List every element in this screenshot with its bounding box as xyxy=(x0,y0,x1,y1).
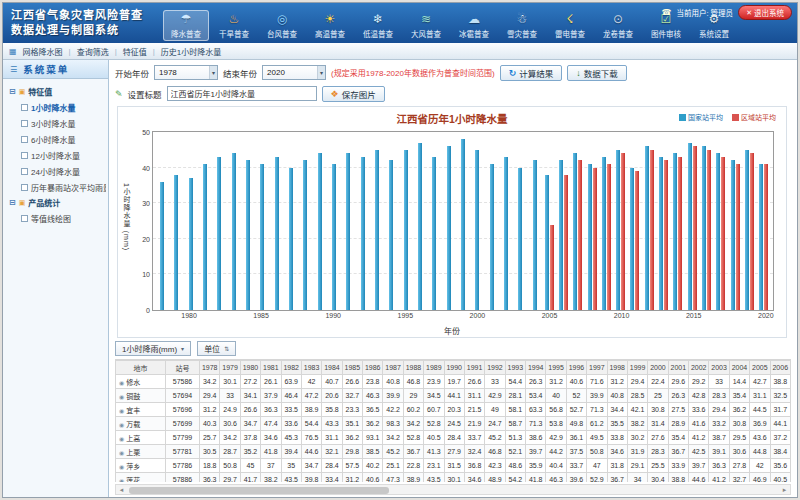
scroll-right-icon[interactable]: ▸ xyxy=(779,486,790,494)
scroll-left-icon[interactable]: ◂ xyxy=(116,486,127,494)
horizontal-scrollbar[interactable]: ◂ ▸ xyxy=(115,484,791,495)
table-row[interactable]: ◉莲花5788636.329.741.738.243.539.833.431.2… xyxy=(116,473,791,483)
table-header-cell[interactable]: 1994 xyxy=(526,361,546,375)
table-row[interactable]: ◉铜鼓5769429.43334.137.946.447.220.632.746… xyxy=(116,389,791,403)
sidebar-item-1小时降水量[interactable]: 1小时降水量 xyxy=(5,99,106,115)
table-header-cell[interactable]: 1988 xyxy=(403,361,423,375)
top-menu-wind-survey[interactable]: ≋大风普查 xyxy=(403,10,449,41)
table-header-cell[interactable]: 2006 xyxy=(770,361,791,375)
sidebar-item-6小时降水量[interactable]: 6小时降水量 xyxy=(5,131,106,147)
sidebar-item-历年暴雨站次平均雨量[interactable]: 历年暴雨站次平均雨量 xyxy=(5,179,106,195)
table-header-cell[interactable]: 1982 xyxy=(281,361,301,375)
table-header-cell[interactable]: 2004 xyxy=(729,361,749,375)
sidebar-item-12小时降水量[interactable]: 12小时降水量 xyxy=(5,147,106,163)
table-row[interactable]: ◉宜丰5769631.224.926.636.333.538.935.823.3… xyxy=(116,403,791,417)
checkbox-icon[interactable] xyxy=(21,168,28,175)
table-header-cell[interactable]: 1996 xyxy=(566,361,586,375)
checkbox-icon[interactable] xyxy=(21,120,28,127)
toolbar-item-feature-value[interactable]: 特征值 xyxy=(123,46,147,57)
checkbox-icon[interactable] xyxy=(21,152,28,159)
station-radio-icon[interactable]: ◉ xyxy=(119,450,124,456)
top-menu-snow-survey[interactable]: ☃雪灾普查 xyxy=(499,10,545,41)
toolbar-item-history-1h[interactable]: 历史1小时降水量 xyxy=(161,46,221,57)
table-header-cell[interactable]: 1997 xyxy=(587,361,607,375)
table-header-cell[interactable]: 1999 xyxy=(627,361,647,375)
checkbox-icon[interactable] xyxy=(21,215,28,222)
scrollbar-thumb[interactable] xyxy=(129,487,389,494)
chart-title-input[interactable] xyxy=(167,86,317,101)
city-cell[interactable]: ◉上栗 xyxy=(116,445,166,459)
table-header-cell[interactable]: 1987 xyxy=(383,361,403,375)
download-button[interactable]: ↓数据下载 xyxy=(567,65,627,81)
station-radio-icon[interactable]: ◉ xyxy=(119,380,124,386)
city-cell[interactable]: ◉宜丰 xyxy=(116,403,166,417)
city-cell[interactable]: ◉莲花 xyxy=(116,473,166,483)
table-header-cell[interactable]: 1986 xyxy=(363,361,383,375)
city-cell[interactable]: ◉万载 xyxy=(116,417,166,431)
city-cell[interactable]: ◉铜鼓 xyxy=(116,389,166,403)
table-header-cell[interactable]: 2001 xyxy=(668,361,688,375)
sidebar-group-产品统计[interactable]: ⊟▣产品统计 xyxy=(5,195,106,210)
toolbar-item-query-filter[interactable]: 查询筛选 xyxy=(77,46,109,57)
toolbar-item-grid-precip[interactable]: 网格降水图 xyxy=(23,46,63,57)
station-radio-icon[interactable]: ◉ xyxy=(119,422,124,428)
table-row[interactable]: ◉万载5769940.330.634.747.433.654.443.335.1… xyxy=(116,417,791,431)
table-header-cell[interactable]: 地市 xyxy=(116,361,166,375)
logout-button[interactable]: ✕退出系统 xyxy=(738,5,792,20)
table-header-cell[interactable]: 1979 xyxy=(220,361,240,375)
table-header-cell[interactable]: 2002 xyxy=(689,361,709,375)
table-header-cell[interactable]: 1984 xyxy=(322,361,342,375)
table-header-cell[interactable]: 1985 xyxy=(342,361,362,375)
top-menu-cold-survey[interactable]: ❄低温普查 xyxy=(355,10,401,41)
table-row[interactable]: ◉上栗5778130.528.735.241.839.444.632.129.8… xyxy=(116,445,791,459)
sidebar-group-特征值[interactable]: ⊟▣特征值 xyxy=(5,84,106,99)
table-header-cell[interactable]: 1989 xyxy=(424,361,444,375)
table-header-cell[interactable]: 2005 xyxy=(750,361,770,375)
station-radio-icon[interactable]: ◉ xyxy=(119,394,124,400)
table-header-cell[interactable]: 1993 xyxy=(505,361,525,375)
end-year-select[interactable]: 2020▾ xyxy=(262,65,326,80)
top-menu-lightning-survey[interactable]: ☇雷电普查 xyxy=(547,10,593,41)
start-year-select[interactable]: 1978▾ xyxy=(154,65,218,80)
table-header-cell[interactable]: 1992 xyxy=(485,361,505,375)
table-header-cell[interactable]: 1978 xyxy=(200,361,220,375)
bar-national xyxy=(533,160,537,310)
table-header-cell[interactable]: 2000 xyxy=(648,361,668,375)
table-header-cell[interactable]: 站号 xyxy=(166,361,200,375)
sidebar-item-3小时降水量[interactable]: 3小时降水量 xyxy=(5,115,106,131)
save-image-button[interactable]: ❖保存图片 xyxy=(322,86,385,102)
table-header-cell[interactable]: 1990 xyxy=(444,361,464,375)
top-menu-rain-survey[interactable]: ☂降水普查 xyxy=(163,10,209,41)
top-menu-drought-survey[interactable]: ♨干旱普查 xyxy=(211,10,257,41)
checkbox-icon[interactable] xyxy=(21,184,28,191)
sort-dropdown[interactable]: 单位⇅ xyxy=(197,341,236,356)
scrollbar-track[interactable] xyxy=(127,485,779,494)
station-radio-icon[interactable]: ◉ xyxy=(119,478,124,483)
station-radio-icon[interactable]: ◉ xyxy=(119,408,124,414)
city-cell[interactable]: ◉修水 xyxy=(116,375,166,389)
checkbox-icon[interactable] xyxy=(21,136,28,143)
sidebar-item-24小时降水量[interactable]: 24小时降水量 xyxy=(5,163,106,179)
table-row[interactable]: ◉修水5758634.230.127.226.163.94240.726.623… xyxy=(116,375,791,389)
top-menu-tornado-survey[interactable]: ⊙龙卷普查 xyxy=(595,10,641,41)
table-header-cell[interactable]: 1981 xyxy=(261,361,281,375)
table-header-cell[interactable]: 1991 xyxy=(464,361,484,375)
top-menu-hail-survey[interactable]: ☁冰雹普查 xyxy=(451,10,497,41)
sidebar-item-等值线绘图[interactable]: 等值线绘图 xyxy=(5,210,106,226)
table-header-cell[interactable]: 1998 xyxy=(607,361,627,375)
top-menu-heat-survey[interactable]: ☀高温普查 xyxy=(307,10,353,41)
city-cell[interactable]: ◉萍乡 xyxy=(116,459,166,473)
checkbox-icon[interactable] xyxy=(21,104,28,111)
station-radio-icon[interactable]: ◉ xyxy=(119,464,124,470)
table-header-cell[interactable]: 1995 xyxy=(546,361,566,375)
table-row[interactable]: ◉上高5779925.734.237.834.645.376.531.136.2… xyxy=(116,431,791,445)
top-menu-typhoon-survey[interactable]: ◎台风普查 xyxy=(259,10,305,41)
station-radio-icon[interactable]: ◉ xyxy=(119,436,124,442)
calculate-button[interactable]: ↻计算结果 xyxy=(500,65,563,81)
city-cell[interactable]: ◉上高 xyxy=(116,431,166,445)
table-header-cell[interactable]: 1983 xyxy=(301,361,321,375)
table-header-cell[interactable]: 2003 xyxy=(709,361,729,375)
table-header-cell[interactable]: 1980 xyxy=(240,361,260,375)
table-row[interactable]: ◉萍乡5778618.850.845373534.728.457.540.225… xyxy=(116,459,791,473)
unit-dropdown[interactable]: 1小时降雨(mm)▾ xyxy=(115,341,191,356)
